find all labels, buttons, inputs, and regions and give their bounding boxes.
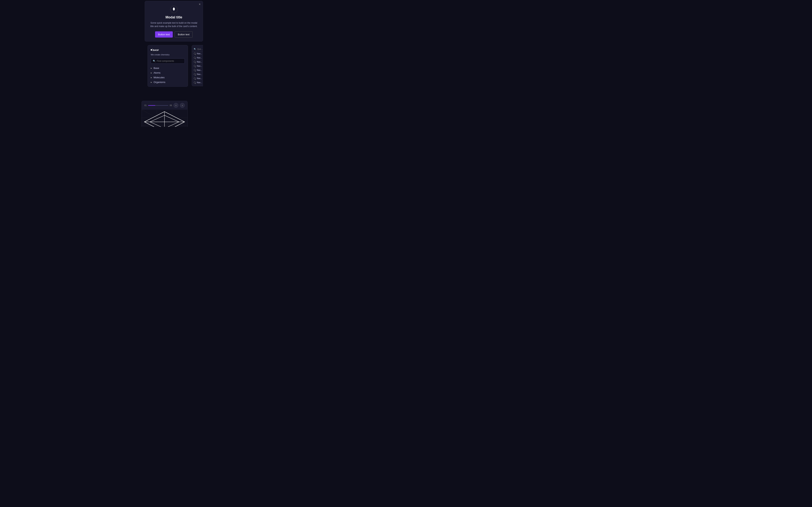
slide-controls: 01 06 ‹ › [142,101,188,110]
component-tree: ▶ Base ▶ Atoms ▶ Molecules ▶ Organisms [151,67,185,83]
slide-card: 01 06 ‹ › Title of the slide Lorem ipsum… [142,101,188,127]
modal-close-button[interactable]: × [199,3,201,6]
svg-rect-1 [151,49,152,51]
tree-label-molecules: Molecules [154,76,165,79]
nav-list-item-7[interactable]: Nav... [192,76,203,80]
modal-outline-button[interactable]: Button text [174,32,193,38]
tree-item-molecules[interactable]: ▶ Molecules [151,76,185,79]
nav-list-item-2[interactable]: Nav... [192,56,203,60]
nav-item-label-5: Nav... [197,69,202,71]
modal-buttons: Button text Button text [155,32,193,38]
nav-item-label-4: Nav... [197,65,202,67]
nav-item-icon-3 [194,61,196,63]
basf-logo-icon: BASF [151,48,160,53]
svg-rect-5 [152,51,153,51]
nav-list-item-6[interactable]: Nav... [192,72,203,76]
nav-item-icon-2 [194,57,196,59]
tree-item-atoms[interactable]: ▶ Atoms [151,71,185,74]
tree-arrow-atoms: ▶ [151,72,152,74]
slide-progress-bar [148,105,168,106]
nav-list-item-8[interactable]: Nav... [192,80,203,84]
search-dropdown-panel: 🔍 Nav... Nav... Nav... Nav... Nav... Nav… [192,45,203,86]
svg-text:BASF: BASF [153,49,159,51]
svg-rect-4 [152,50,153,50]
search-header-icon: 🔍 [194,48,196,50]
basf-tagline: We create chemistry [151,54,185,56]
tree-arrow-base: ▶ [151,67,152,69]
modal-card: × Modal title Some quick example text to… [145,1,203,42]
search-dropdown-input[interactable] [197,48,203,50]
tree-arrow-molecules: ▶ [151,76,152,78]
tree-item-base[interactable]: ▶ Base [151,67,185,69]
slide-prev-button[interactable]: ‹ [173,103,179,108]
nav-list-item-3[interactable]: Nav... [192,60,203,64]
nav-item-label-6: Nav... [197,73,202,75]
slide-image [142,110,188,127]
tree-arrow-organisms: ▶ [151,81,152,83]
nav-item-icon-1 [194,53,196,54]
svg-rect-3 [152,49,153,50]
component-search-box[interactable]: 🔍 [151,58,185,64]
nav-item-label-1: Nav... [197,52,202,55]
nav-list-item-5[interactable]: Nav... [192,68,203,72]
nav-item-icon-7 [194,77,196,79]
slide-end-num: 06 [170,104,172,107]
flame-icon [170,6,177,13]
nav-item-icon-8 [194,81,196,83]
component-search-input[interactable] [157,60,183,62]
tree-label-atoms: Atoms [154,71,160,74]
tree-item-organisms[interactable]: ▶ Organisms [151,81,185,83]
nav-item-label-2: Nav... [197,57,202,59]
svg-rect-2 [152,49,153,49]
tree-label-base: Base [154,67,159,69]
slide-start-num: 01 [144,104,147,107]
nav-item-icon-5 [194,69,196,71]
component-panel: BASF We create chemistry 🔍 ▶ Base ▶ Atom… [148,45,188,87]
tree-label-organisms: Organisms [154,81,165,83]
modal-title: Modal title [166,15,182,19]
slide-progress-fill [148,105,155,106]
search-icon: 🔍 [153,60,156,62]
nav-item-icon-4 [194,65,196,67]
nav-item-label-7: Nav... [197,77,202,79]
modal-body-text: Some quick example text to build on the … [149,21,199,28]
nav-item-label-3: Nav... [197,61,202,63]
slide-next-button[interactable]: › [180,103,185,108]
modal-primary-button[interactable]: Button text [155,32,173,38]
nav-list-item-4[interactable]: Nav... [192,64,203,68]
basf-logo: BASF [151,48,185,53]
nav-list-item-1[interactable]: Nav... [192,51,203,56]
search-dropdown-header[interactable]: 🔍 [192,47,203,51]
nav-item-label-8: Nav... [197,81,202,83]
nav-item-icon-6 [194,73,196,75]
